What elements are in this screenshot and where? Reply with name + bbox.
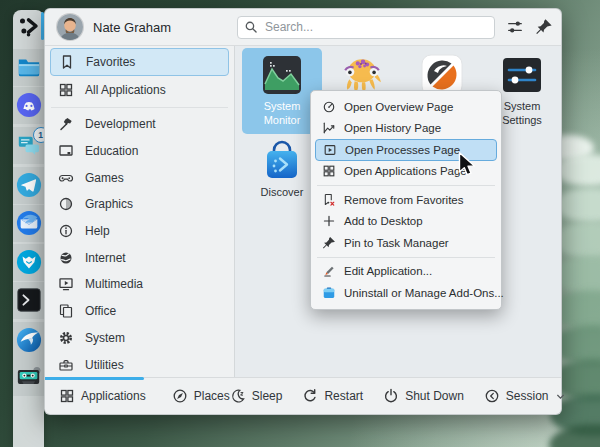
menu-item-label: Pin to Task Manager (344, 237, 449, 249)
footer-action-label: Sleep (252, 389, 283, 403)
menu-item-label: Uninstall or Manage Add-Ons... (344, 287, 504, 299)
panel-app-chat[interactable]: 1 (13, 127, 44, 164)
footer-action-session[interactable]: Session (484, 388, 567, 404)
office-icon (58, 303, 74, 319)
menu-item-label: Open Processes Page (345, 144, 460, 156)
footer-tab-places[interactable]: Places (172, 388, 230, 404)
menu-item-label: Open Overview Page (344, 101, 453, 113)
dolphin-folder-icon (16, 54, 42, 80)
footer-action-sleep[interactable]: Sleep (230, 388, 283, 404)
panel-app-librewolf[interactable] (13, 244, 44, 281)
menu-item-label: Open Applications Page (344, 165, 467, 177)
footer-action-restart[interactable]: Restart (302, 388, 363, 404)
panel-app-dolphin[interactable] (13, 49, 44, 86)
panel-app-discord[interactable] (13, 87, 44, 124)
pin-icon (322, 236, 336, 250)
sidebar-category-multimedia[interactable]: Multimedia (50, 271, 229, 298)
moon-icon (230, 388, 246, 404)
power-icon (383, 388, 399, 404)
thunderbird-icon (16, 210, 42, 236)
sidebar-category-label: Graphics (85, 197, 133, 211)
chat-bubbles-icon: 1 (16, 132, 42, 158)
bookmark-icon (59, 54, 75, 70)
sidebar-item-all-applications[interactable]: All Applications (50, 76, 229, 104)
grid-icon (59, 388, 75, 404)
tools-icon (58, 116, 74, 132)
menu-item-label: Add to Desktop (344, 215, 423, 227)
sidebar-category-label: Office (85, 304, 116, 318)
plus-icon (322, 214, 336, 228)
sidebar-category-label: Development (85, 117, 156, 131)
sidebar-category-graphics[interactable]: Graphics (50, 191, 229, 218)
menu-item-label: Edit Application... (344, 265, 432, 277)
system-monitor-icon (261, 54, 303, 96)
info-icon (58, 223, 74, 239)
librewolf-icon (16, 249, 42, 275)
panel-app-app-launcher[interactable] (13, 8, 44, 45)
taskbar-panel: 1 (13, 10, 44, 447)
panel-app-telegram[interactable] (13, 167, 44, 204)
education-icon (58, 143, 74, 159)
footer-tab-label: Applications (81, 389, 146, 403)
panel-app-falkon[interactable] (13, 322, 44, 359)
panel-app-thunderbird[interactable] (13, 205, 44, 242)
sidebar-category-office[interactable]: Office (50, 298, 229, 325)
menu-item-open-processes-page[interactable]: Open Processes Page (315, 139, 497, 161)
sidebar-category-system[interactable]: System (50, 325, 229, 352)
desktop: 1 Nate Graham FavoritesAll ApplicationsD… (0, 0, 600, 447)
toolbox-icon (58, 357, 74, 373)
konsole-icon (16, 287, 42, 313)
footer-action-label: Session (506, 389, 549, 403)
search-input[interactable] (263, 19, 488, 35)
edit-pen-icon (322, 264, 336, 278)
gauge-icon (322, 100, 336, 114)
sidebar-separator (51, 107, 228, 108)
sidebar-category-help[interactable]: Help (50, 218, 229, 245)
discord-icon (16, 92, 42, 118)
panel-app-cassette-player[interactable] (13, 359, 44, 396)
footer-tab-applications[interactable]: Applications (59, 388, 146, 404)
pin-window-button[interactable] (535, 18, 553, 36)
multimedia-icon (58, 276, 74, 292)
menu-item-open-history-page[interactable]: Open History Page (315, 118, 497, 140)
footer-tab-label: Places (194, 389, 230, 403)
menu-item-remove-from-favorites[interactable]: Remove from Favorites (315, 189, 497, 211)
app-label: System Settings (502, 99, 542, 128)
search-box[interactable] (237, 16, 495, 39)
graphics-icon (58, 196, 74, 212)
menu-item-add-to-desktop[interactable]: Add to Desktop (315, 211, 497, 233)
user-name: Nate Graham (93, 20, 171, 35)
configure-button[interactable] (506, 18, 524, 36)
context-menu: Open Overview PageOpen History PageOpen … (310, 90, 502, 310)
menu-item-label: Open History Page (344, 122, 441, 134)
menu-item-pin-to-task-manager[interactable]: Pin to Task Manager (315, 232, 497, 254)
sidebar-category-internet[interactable]: Internet (50, 244, 229, 271)
grid-icon (322, 164, 336, 178)
bookmark-remove-icon (322, 193, 336, 207)
chevron-down-icon (554, 390, 567, 403)
processes-icon (323, 143, 337, 157)
sidebar-category-education[interactable]: Education (50, 138, 229, 165)
session-icon (484, 388, 500, 404)
sidebar-category-development[interactable]: Development (50, 111, 229, 138)
sidebar-item-label: Favorites (86, 55, 135, 69)
addons-icon (322, 286, 336, 300)
menu-item-uninstall-or-manage-add-ons[interactable]: Uninstall or Manage Add-Ons... (315, 282, 497, 304)
sidebar-category-label: Education (85, 144, 138, 158)
menu-item-label: Remove from Favorites (344, 194, 464, 206)
cassette-icon (16, 364, 42, 390)
menu-item-open-overview-page[interactable]: Open Overview Page (315, 96, 497, 118)
grid-icon (58, 82, 74, 98)
menu-item-open-applications-page[interactable]: Open Applications Page (315, 161, 497, 183)
sidebar-item-favorites[interactable]: Favorites (50, 48, 229, 76)
footer-action-shut-down[interactable]: Shut Down (383, 388, 464, 404)
menu-item-edit-application[interactable]: Edit Application... (315, 261, 497, 283)
history-chart-icon (322, 121, 336, 135)
panel-app-konsole[interactable] (13, 282, 44, 319)
telegram-icon (16, 172, 42, 198)
sidebar-category-utilities[interactable]: Utilities (50, 351, 229, 378)
sidebar-category-games[interactable]: Games (50, 164, 229, 191)
menu-separator (317, 257, 495, 258)
gamepad-icon (58, 170, 74, 186)
sidebar-category-label: Help (85, 224, 110, 238)
